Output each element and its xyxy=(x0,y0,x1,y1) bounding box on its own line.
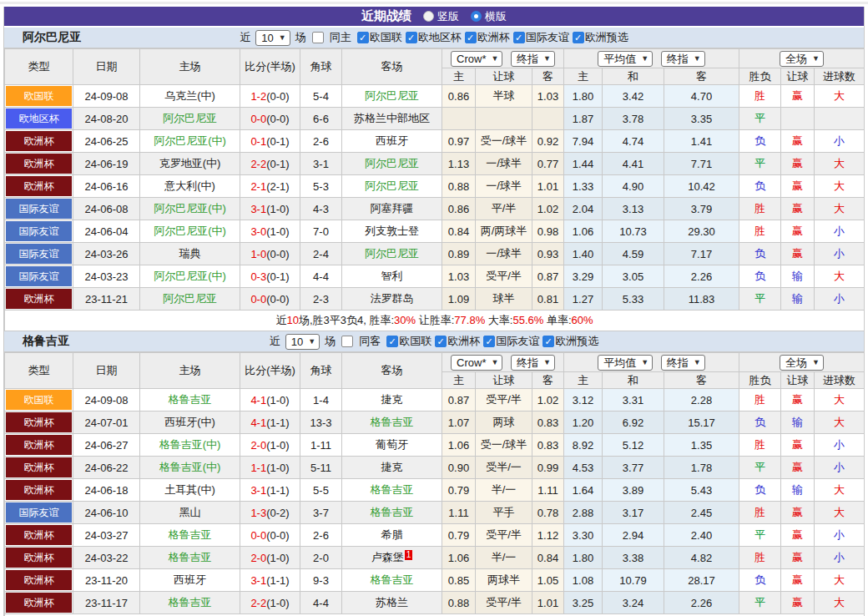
asia-odds-final-select[interactable]: 终指▼ xyxy=(511,51,555,67)
league-cell: 欧国联 xyxy=(5,85,73,108)
euro-away-odds: 7.17 xyxy=(664,243,739,265)
competition-checkbox[interactable]: ✓欧洲杯 xyxy=(435,334,480,349)
asia-odds-source-select[interactable]: Crow*▼ xyxy=(451,51,502,67)
radio-unchecked-icon[interactable] xyxy=(423,11,434,22)
recent-count-select[interactable]: 10▼ xyxy=(255,30,290,46)
asia-home-odds: 0.79 xyxy=(442,524,476,547)
result-goals: 小 xyxy=(815,524,865,547)
checkbox-checked-icon[interactable]: ✓ xyxy=(357,32,369,43)
euro-odds-final-select[interactable]: 终指▼ xyxy=(661,355,705,371)
competition-checkbox[interactable]: ✓欧洲杯 xyxy=(465,30,510,45)
checkbox-checked-icon[interactable]: ✓ xyxy=(513,32,525,43)
match-date: 24-09-08 xyxy=(73,85,140,108)
away-team: 格鲁吉亚 xyxy=(342,479,442,502)
away-team-name: 捷克 xyxy=(381,461,403,473)
home-team-name: 格鲁吉亚(中) xyxy=(159,461,221,473)
result-scope-select[interactable]: 全场▼ xyxy=(780,355,824,371)
away-team: 卢森堡1 xyxy=(342,547,442,569)
euro-draw-odds: 3.38 xyxy=(603,547,664,569)
layout-radio-horizontal[interactable]: 横版 xyxy=(471,9,507,24)
league-badge: 欧洲杯 xyxy=(6,131,72,151)
corner-score: 4-4 xyxy=(300,592,342,614)
same-venue-checkbox[interactable] xyxy=(312,32,324,43)
home-team: 意大利(中) xyxy=(140,175,240,198)
checkbox-checked-icon[interactable]: ✓ xyxy=(483,336,495,347)
same-venue-checkbox[interactable] xyxy=(341,336,353,347)
match-score: 1-0(0-0) xyxy=(240,243,300,265)
halftime-score: (1-0) xyxy=(266,597,289,609)
euro-odds-final-select[interactable]: 终指▼ xyxy=(661,51,705,67)
checkbox-checked-icon[interactable]: ✓ xyxy=(573,32,584,43)
competition-checkbox[interactable]: ✓国际友谊 xyxy=(513,30,569,45)
euro-odds-source-select[interactable]: 平均值▼ xyxy=(598,355,653,371)
home-team-name: 瑞典 xyxy=(179,247,201,260)
recent-count-select[interactable]: 10▼ xyxy=(285,334,320,350)
fulltime-score: 1-1 xyxy=(250,462,266,474)
checkbox-checked-icon[interactable]: ✓ xyxy=(386,336,398,347)
halftime-score: (1-0) xyxy=(266,462,289,474)
subcol-wdl: 胜负 xyxy=(739,68,781,85)
match-date: 24-03-23 xyxy=(73,265,140,288)
home-team-name: 乌克兰(中) xyxy=(164,89,215,102)
checkbox-checked-icon[interactable]: ✓ xyxy=(406,32,417,43)
checkbox-checked-icon[interactable]: ✓ xyxy=(435,336,447,347)
result-scope-select[interactable]: 全场▼ xyxy=(780,51,824,67)
home-team-name: 克罗地亚(中) xyxy=(159,157,221,169)
euro-draw-odds: 3.13 xyxy=(603,198,664,220)
asia-odds-source-select[interactable]: Crow*▼ xyxy=(451,355,502,371)
league-badge: 欧洲杯 xyxy=(6,480,72,500)
page-title: 近期战绩 xyxy=(361,8,411,24)
layout-radio-vertical[interactable]: 竖版 xyxy=(423,9,459,24)
result-goals: 小 xyxy=(815,547,865,569)
chevron-down-icon: ▼ xyxy=(491,53,498,65)
match-score: 3-1(1-1) xyxy=(240,479,300,502)
away-team-name: 格鲁吉亚 xyxy=(371,483,414,496)
checkbox-checked-icon[interactable]: ✓ xyxy=(542,336,554,347)
home-team: 格鲁吉亚 xyxy=(140,524,240,547)
asia-away-odds: 0.92 xyxy=(532,130,564,153)
subcol-euro-draw: 和 xyxy=(603,68,664,85)
result-goals: 大 xyxy=(815,198,865,220)
chevron-down-icon: ▼ xyxy=(279,32,286,44)
match-score: 0-1(0-1) xyxy=(240,130,300,153)
match-score: 0-0(0-0) xyxy=(240,108,300,130)
team-section-albania: 阿尔巴尼亚 近 10▼ 场 同主 ✓欧国联✓欧地区杯✓欧洲杯✓国际友谊✓欧洲预选 xyxy=(4,28,864,331)
euro-odds-source-select[interactable]: 平均值▼ xyxy=(598,51,653,67)
checkbox-checked-icon[interactable]: ✓ xyxy=(465,32,477,43)
asia-handicap-line: 受平/半 xyxy=(476,592,532,614)
result-handicap: 赢 xyxy=(781,153,815,175)
euro-home-odds: 1.80 xyxy=(564,85,603,108)
league-cell: 国际友谊 xyxy=(5,220,73,243)
chevron-down-icon: ▼ xyxy=(812,356,820,369)
euro-away-odds: 11.83 xyxy=(664,288,739,311)
home-team-name: 阿尔巴尼亚 xyxy=(163,112,217,124)
result-handicap: 输 xyxy=(781,412,815,434)
asia-handicap-line: 平/半 xyxy=(476,198,532,220)
competition-checkbox[interactable]: ✓欧地区杯 xyxy=(406,30,462,45)
chevron-down-icon: ▼ xyxy=(308,336,315,348)
asia-handicap-line: 受一/球半 xyxy=(476,434,532,457)
chevron-down-icon: ▼ xyxy=(641,356,648,369)
competition-checkbox[interactable]: ✓欧洲预选 xyxy=(573,30,628,45)
fulltime-score: 2-2 xyxy=(250,158,266,170)
radio-checked-icon[interactable] xyxy=(471,11,482,22)
col-home: 主场 xyxy=(140,49,240,85)
competition-checkbox[interactable]: ✓欧国联 xyxy=(357,30,402,45)
match-score: 0-3(0-1) xyxy=(240,265,300,288)
result-goals: 大 xyxy=(815,502,865,524)
euro-odds-group-header: 平均值▼ 终指▼ xyxy=(564,353,739,372)
asia-odds-final-select[interactable]: 终指▼ xyxy=(511,355,555,371)
competition-label: 欧国联 xyxy=(399,334,431,349)
euro-draw-odds: 5.12 xyxy=(603,434,664,457)
match-date: 23-11-21 xyxy=(73,288,140,311)
result-handicap: 赢 xyxy=(781,457,815,479)
corner-score: 2-4 xyxy=(300,243,342,265)
asia-handicap-line xyxy=(476,108,532,130)
competition-checkbox[interactable]: ✓欧洲预选 xyxy=(542,334,598,349)
league-cell: 欧洲杯 xyxy=(5,153,73,175)
euro-away-odds: 2.26 xyxy=(664,592,739,614)
competition-checkbox[interactable]: ✓国际友谊 xyxy=(483,334,539,349)
competition-checkbox[interactable]: ✓欧国联 xyxy=(386,334,431,349)
away-team-name: 阿塞拜疆 xyxy=(371,202,414,215)
halftime-score: (1-0) xyxy=(266,394,289,406)
